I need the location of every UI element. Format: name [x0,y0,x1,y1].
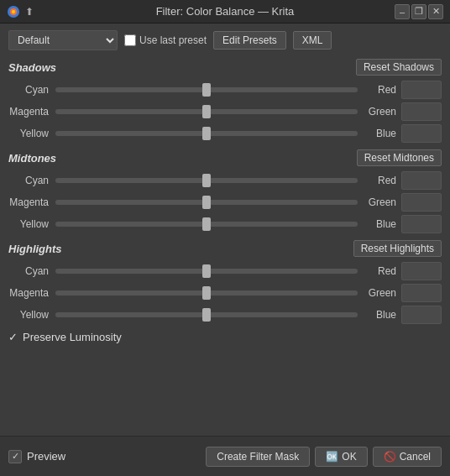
ok-button[interactable]: 🆗 OK [315,447,367,467]
shadows-title: Shadows [8,61,56,74]
midtones-magenta-slider[interactable] [55,200,358,205]
reset-midtones-button[interactable]: Reset Midtones [357,149,442,166]
title-bar-controls: – ❐ ✕ [395,4,443,19]
ok-label: OK [342,451,356,463]
bottom-right: Create Filter Mask 🆗 OK 🚫 Cancel [206,447,442,467]
shadows-yellow-label: Yellow [8,128,55,139]
reset-shadows-button[interactable]: Reset Shadows [356,59,442,76]
shadows-blue-label: Blue [363,128,401,139]
create-filter-mask-button[interactable]: Create Filter Mask [206,447,310,467]
shadows-red-spinbox: 0 ▲ ▼ [401,81,442,99]
collapse-icon[interactable]: ⬆ [25,6,34,18]
preview-check-icon: ✓ [12,451,19,462]
highlights-blue-spinbox: 0 ▲ ▼ [401,306,442,324]
preserve-luminosity-label: Preserve Luminosity [23,331,122,343]
midtones-section: Midtones Reset Midtones Cyan Red 0 ▲ ▼ M… [8,149,442,233]
highlights-cyan-slider[interactable] [55,269,358,274]
window-title: Filter: Color Balance — Krita [156,5,295,18]
xml-button[interactable]: XML [293,31,332,50]
shadows-red-input[interactable]: 0 [402,84,450,96]
midtones-blue-spinbox: 0 ▲ ▼ [401,215,442,233]
shadows-magenta-label: Magenta [8,106,55,118]
cancel-button[interactable]: 🚫 Cancel [373,447,442,467]
shadows-blue-input[interactable]: 0 [402,128,450,139]
shadows-blue-spinbox: 0 ▲ ▼ [401,124,442,143]
minimize-button[interactable]: – [395,4,410,19]
shadows-magenta-slider[interactable] [55,109,358,114]
cancel-icon: 🚫 [384,451,396,463]
highlights-cyan-row: Cyan Red 0 ▲ ▼ [8,262,442,280]
highlights-magenta-label: Magenta [8,287,55,299]
midtones-yellow-row: Yellow Blue 0 ▲ ▼ [8,215,442,233]
ok-icon: 🆗 [326,451,338,463]
highlights-red-spinbox: 0 ▲ ▼ [401,262,442,280]
midtones-cyan-slider[interactable] [55,178,358,183]
shadows-yellow-slider[interactable] [55,131,358,136]
highlights-blue-input[interactable]: 0 [402,309,450,321]
midtones-yellow-label: Yellow [8,218,55,230]
midtones-blue-input[interactable]: 0 [402,218,450,230]
highlights-green-label: Green [363,287,401,299]
top-bar: Default Use last preset Edit Presets XML [8,30,442,50]
midtones-yellow-slider[interactable] [55,222,358,227]
use-last-preset-checkbox[interactable]: Use last preset [124,34,207,46]
midtones-magenta-label: Magenta [8,196,55,208]
shadows-header: Shadows Reset Shadows [8,59,442,76]
krita-logo-icon [7,5,20,18]
midtones-green-label: Green [363,196,401,208]
highlights-yellow-label: Yellow [8,309,55,321]
close-button[interactable]: ✕ [428,4,443,19]
reset-highlights-button[interactable]: Reset Highlights [353,240,442,257]
edit-presets-button[interactable]: Edit Presets [213,31,286,50]
highlights-blue-label: Blue [363,309,401,321]
highlights-red-label: Red [363,265,401,277]
restore-button[interactable]: ❐ [411,4,426,19]
highlights-magenta-slider[interactable] [55,290,358,296]
title-bar: ⬆ Filter: Color Balance — Krita – ❐ ✕ [0,0,450,24]
highlights-section: Highlights Reset Highlights Cyan Red 0 ▲… [8,240,442,324]
shadows-green-spinbox: 0 ▲ ▼ [401,102,442,121]
midtones-header: Midtones Reset Midtones [8,149,442,166]
midtones-cyan-row: Cyan Red 0 ▲ ▼ [8,171,442,190]
title-bar-left: ⬆ [7,5,34,18]
highlights-cyan-label: Cyan [8,265,55,277]
shadows-cyan-label: Cyan [8,84,55,96]
shadows-red-label: Red [363,84,401,96]
main-content: Default Use last preset Edit Presets XML… [0,24,450,358]
shadows-cyan-slider[interactable] [55,87,358,92]
shadows-magenta-row: Magenta Green 0 ▲ ▼ [8,102,442,121]
midtones-red-input[interactable]: 0 [402,175,450,186]
shadows-yellow-row: Yellow Blue 0 ▲ ▼ [8,124,442,143]
midtones-blue-label: Blue [363,218,401,230]
cancel-label: Cancel [400,451,431,463]
midtones-red-label: Red [363,175,401,186]
midtones-red-spinbox: 0 ▲ ▼ [401,171,442,190]
bottom-bar: ✓ ✓ Preview Create Filter Mask 🆗 OK 🚫 Ca… [0,436,450,476]
highlights-header: Highlights Reset Highlights [8,240,442,257]
highlights-green-input[interactable]: 0 [402,287,450,299]
preserve-luminosity-checkmark: ✓ [8,331,18,343]
preset-select[interactable]: Default [8,30,118,50]
midtones-green-spinbox: 0 ▲ ▼ [401,193,442,212]
highlights-red-input[interactable]: 0 [402,265,450,277]
bottom-left: ✓ ✓ Preview [8,450,65,463]
highlights-yellow-slider[interactable] [55,312,358,317]
midtones-magenta-row: Magenta Green 0 ▲ ▼ [8,193,442,212]
highlights-green-spinbox: 0 ▲ ▼ [401,284,442,302]
use-last-preset-input[interactable] [124,34,136,46]
create-filter-mask-label: Create Filter Mask [217,451,299,463]
preview-checkbox-box[interactable]: ✓ [8,450,22,463]
shadows-green-input[interactable]: 0 [402,106,450,118]
shadows-cyan-row: Cyan Red 0 ▲ ▼ [8,81,442,99]
svg-point-2 [12,10,15,13]
midtones-green-input[interactable]: 0 [402,196,450,208]
shadows-section: Shadows Reset Shadows Cyan Red 0 ▲ ▼ Mag… [8,59,442,143]
preview-label: Preview [27,450,65,463]
highlights-title: Highlights [8,243,62,255]
shadows-green-label: Green [363,106,401,118]
midtones-cyan-label: Cyan [8,175,55,186]
midtones-title: Midtones [8,152,56,165]
highlights-magenta-row: Magenta Green 0 ▲ ▼ [8,284,442,302]
highlights-yellow-row: Yellow Blue 0 ▲ ▼ [8,306,442,324]
preserve-luminosity-row[interactable]: ✓ Preserve Luminosity [8,331,442,343]
